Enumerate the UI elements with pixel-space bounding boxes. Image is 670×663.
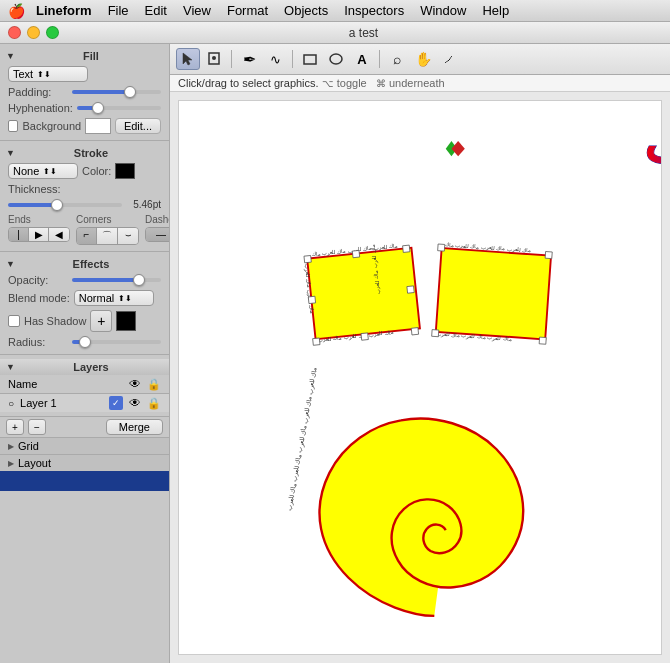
maximize-button[interactable] bbox=[46, 26, 59, 39]
fill-type-value: Text bbox=[13, 68, 33, 80]
ends-label: Ends bbox=[8, 214, 70, 225]
left-panel: ▼ Fill Text ⬆⬇ Padding: Hyphenation bbox=[0, 44, 170, 663]
node-tool[interactable] bbox=[202, 48, 226, 70]
grid-row[interactable]: ▶ Grid bbox=[0, 437, 169, 454]
svg-rect-9 bbox=[307, 248, 420, 340]
pointer-tool[interactable] bbox=[176, 48, 200, 70]
svg-point-2 bbox=[212, 56, 216, 60]
layers-title: Layers bbox=[19, 361, 163, 373]
opacity-thumb bbox=[133, 274, 145, 286]
minimize-button[interactable] bbox=[27, 26, 40, 39]
fill-title: Fill bbox=[19, 50, 163, 62]
svg-text:ماك للعرب: ماك للعرب bbox=[644, 118, 661, 176]
dashes-label: Dashes bbox=[145, 214, 170, 225]
add-layer-button[interactable]: + bbox=[6, 419, 24, 435]
blend-value: Normal bbox=[79, 292, 114, 304]
fill-triangle-icon: ▼ bbox=[6, 51, 15, 61]
padding-slider[interactable] bbox=[72, 90, 161, 94]
apple-menu[interactable]: 🍎 bbox=[4, 3, 28, 19]
layout-row[interactable]: ▶ Layout bbox=[0, 454, 169, 471]
stroke-type-arrow-icon: ⬆⬇ bbox=[43, 167, 57, 176]
blend-select[interactable]: Normal ⬆⬇ bbox=[74, 290, 154, 306]
canvas-svg: ماك للعرب ماك للعرب bbox=[179, 101, 661, 654]
corners-btn-3[interactable]: ⌣ bbox=[118, 228, 138, 244]
stroke-triangle-icon: ▼ bbox=[6, 148, 15, 158]
menu-file[interactable]: File bbox=[100, 1, 137, 20]
ends-btn-2[interactable]: ▶ bbox=[29, 228, 49, 241]
dashes-btn-1[interactable]: — bbox=[146, 228, 170, 241]
content-area: ▼ Fill Text ⬆⬇ Padding: Hyphenation bbox=[0, 44, 670, 663]
shadow-checkbox[interactable] bbox=[8, 315, 20, 327]
fill-header[interactable]: ▼ Fill bbox=[0, 48, 169, 64]
fill-type-row: Text ⬆⬇ bbox=[0, 64, 169, 84]
corners-col: Corners ⌐ ⌒ ⌣ bbox=[76, 214, 139, 245]
radius-slider[interactable] bbox=[72, 340, 161, 344]
menu-inspectors[interactable]: Inspectors bbox=[336, 1, 412, 20]
svg-rect-3 bbox=[304, 55, 316, 64]
stroke-header[interactable]: ▼ Stroke bbox=[0, 145, 169, 161]
menu-format[interactable]: Format bbox=[219, 1, 276, 20]
rect-tool[interactable] bbox=[298, 48, 322, 70]
ends-btn-3[interactable]: ◀ bbox=[49, 228, 69, 241]
layers-header[interactable]: ▼ Layers bbox=[0, 359, 169, 375]
radius-row: Radius: bbox=[0, 334, 169, 350]
add-shadow-button[interactable]: + bbox=[90, 310, 112, 332]
stroke-type-select[interactable]: None ⬆⬇ bbox=[8, 163, 78, 179]
corners-btn-1[interactable]: ⌐ bbox=[77, 228, 97, 244]
ellipse-tool[interactable] bbox=[324, 48, 348, 70]
background-color-well[interactable] bbox=[85, 118, 111, 134]
hand-tool[interactable]: ✋ bbox=[411, 48, 435, 70]
svg-rect-28 bbox=[539, 337, 546, 344]
canvas[interactable]: ماك للعرب ماك للعرب bbox=[178, 100, 662, 655]
layers-triangle-icon: ▼ bbox=[6, 362, 15, 372]
zoom-tool[interactable]: ⌕ bbox=[385, 48, 409, 70]
extra-tool[interactable]: ⟋ bbox=[437, 48, 461, 70]
menu-help[interactable]: Help bbox=[474, 1, 517, 20]
menu-view[interactable]: View bbox=[175, 1, 219, 20]
close-button[interactable] bbox=[8, 26, 21, 39]
effects-header[interactable]: ▼ Effects bbox=[0, 256, 169, 272]
ends-btn-1[interactable]: | bbox=[9, 228, 29, 241]
svg-rect-16 bbox=[313, 338, 320, 345]
menu-edit[interactable]: Edit bbox=[137, 1, 175, 20]
stroke-none-value: None bbox=[13, 165, 39, 177]
dashes-control: — - - bbox=[145, 227, 170, 242]
separator-3 bbox=[379, 50, 380, 68]
menu-lineform[interactable]: Lineform bbox=[28, 1, 100, 20]
svg-rect-22 bbox=[436, 248, 551, 339]
lock-column-header: 🔒 bbox=[147, 378, 161, 391]
stroke-color-swatch[interactable] bbox=[115, 163, 135, 179]
thickness-label: Thickness: bbox=[8, 183, 68, 195]
svg-rect-27 bbox=[432, 330, 439, 337]
fill-type-select[interactable]: Text ⬆⬇ bbox=[8, 66, 88, 82]
layer-lock-icon[interactable]: 🔒 bbox=[147, 397, 161, 410]
window-titlebar: a test bbox=[0, 22, 670, 44]
effects-section: ▼ Effects Opacity: Blend mode: Normal ⬆⬇ bbox=[0, 252, 169, 355]
list-item[interactable]: ○ Layer 1 ✓ 👁 🔒 bbox=[0, 394, 169, 412]
shadow-color-swatch[interactable] bbox=[116, 311, 136, 331]
background-label: Background bbox=[22, 120, 81, 132]
text-tool[interactable]: A bbox=[350, 48, 374, 70]
pen-tool[interactable]: ✒ bbox=[237, 48, 261, 70]
bezier-tool[interactable]: ∿ bbox=[263, 48, 287, 70]
edit-button[interactable]: Edit... bbox=[115, 118, 161, 134]
thickness-slider[interactable] bbox=[8, 203, 122, 207]
layer-eye-icon[interactable]: 👁 bbox=[129, 396, 141, 410]
opacity-label: Opacity: bbox=[8, 274, 68, 286]
background-checkbox[interactable] bbox=[8, 120, 18, 132]
layers-column-header: Name 👁 🔒 bbox=[0, 375, 169, 394]
opacity-slider[interactable] bbox=[72, 278, 161, 282]
blue-strip bbox=[0, 471, 169, 491]
remove-layer-button[interactable]: − bbox=[28, 419, 46, 435]
menu-objects[interactable]: Objects bbox=[276, 1, 336, 20]
svg-rect-20 bbox=[308, 296, 315, 303]
padding-row: Padding: bbox=[0, 84, 169, 100]
fill-type-arrow-icon: ⬆⬇ bbox=[37, 70, 51, 79]
layers-section: ▼ Layers Name 👁 🔒 ○ Layer 1 ✓ 👁 🔒 bbox=[0, 355, 169, 416]
hyphenation-slider[interactable] bbox=[77, 106, 161, 110]
merge-button[interactable]: Merge bbox=[106, 419, 163, 435]
blend-label: Blend mode: bbox=[8, 292, 70, 304]
fill-section: ▼ Fill Text ⬆⬇ Padding: Hyphenation bbox=[0, 44, 169, 141]
menu-window[interactable]: Window bbox=[412, 1, 474, 20]
corners-btn-2[interactable]: ⌒ bbox=[97, 228, 118, 244]
